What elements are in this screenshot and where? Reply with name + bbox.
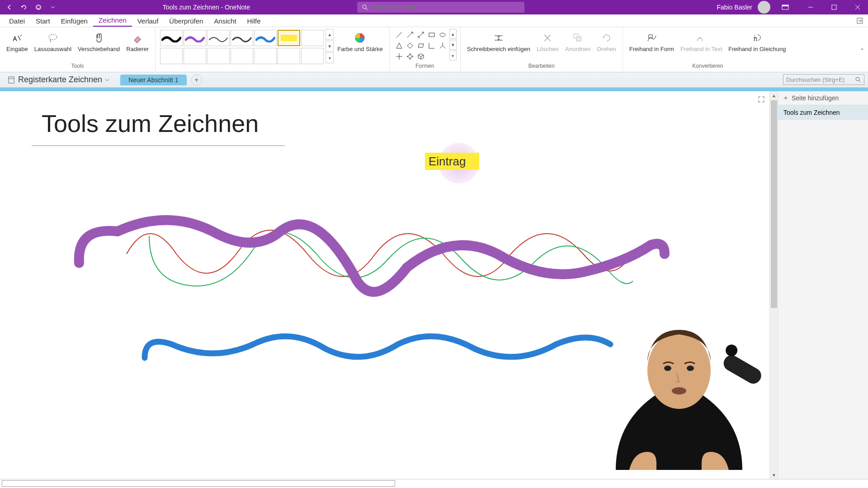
status-bar — [0, 479, 868, 488]
pen-empty-8[interactable] — [301, 48, 324, 64]
page-title[interactable]: Tools zum Zeichnen — [42, 109, 259, 137]
redo-icon[interactable] — [33, 2, 43, 12]
pen-empty-4[interactable] — [207, 48, 230, 64]
title-underline — [32, 145, 285, 146]
shape-empty1[interactable] — [427, 52, 437, 61]
notebook-icon — [7, 76, 15, 84]
svg-point-34 — [664, 366, 671, 371]
vertical-scrollbar[interactable]: ▲ ▼ — [769, 91, 778, 479]
shape-arrow[interactable] — [405, 30, 415, 40]
delete-button: Löschen — [534, 29, 561, 54]
ink-to-shape-button[interactable]: Freihand in Form — [627, 29, 677, 54]
menu-datei[interactable]: Datei — [4, 15, 30, 27]
add-page-button[interactable]: ＋ Seite hinzufügen — [778, 91, 868, 105]
lasso-button[interactable]: Lassoauswahl — [32, 29, 74, 54]
scroll-thumb[interactable] — [771, 100, 777, 308]
svg-point-12 — [49, 34, 57, 40]
webcam-overlay — [589, 307, 769, 470]
menu-verlauf[interactable]: Verlauf — [132, 15, 164, 27]
svg-point-30 — [856, 77, 859, 81]
menu-einfuegen[interactable]: Einfügen — [56, 15, 93, 27]
notebook-dropdown[interactable]: Registerkarte Zeichnen — [4, 75, 113, 84]
add-section-button[interactable]: + — [191, 75, 202, 85]
pen-empty-3[interactable] — [184, 48, 206, 64]
close-button[interactable] — [847, 0, 868, 14]
gallery-more-icon[interactable]: ▾ — [326, 52, 334, 63]
menu-ueberpruefen[interactable]: Überprüfen — [164, 15, 208, 27]
page-search-input[interactable]: Durchsuchen (Strg+E) — [783, 74, 864, 85]
shape-diamond[interactable] — [405, 41, 415, 51]
pen-empty-7[interactable] — [278, 48, 300, 64]
maximize-button[interactable] — [824, 0, 844, 14]
pen-empty-2[interactable] — [160, 48, 183, 64]
hand-button[interactable]: Verschiebehand — [75, 29, 123, 54]
search-box[interactable] — [357, 2, 524, 13]
search-input[interactable] — [372, 4, 520, 11]
svg-line-4 — [366, 8, 368, 10]
scroll-down-icon[interactable]: ▼ — [770, 471, 778, 479]
eraser-button[interactable]: Radierer — [123, 29, 151, 54]
svg-point-33 — [647, 332, 711, 409]
highlighter-yellow[interactable] — [278, 30, 300, 46]
svg-point-2 — [39, 6, 40, 7]
svg-line-16 — [407, 32, 413, 38]
expand-icon[interactable] — [758, 96, 765, 103]
minimize-button[interactable] — [800, 0, 821, 14]
user-name[interactable]: Fabio Basler — [717, 4, 752, 11]
shape-ellipse[interactable] — [438, 30, 448, 40]
svg-rect-25 — [576, 37, 581, 41]
pen-empty-6[interactable] — [254, 48, 277, 64]
status-field[interactable] — [2, 480, 395, 487]
pen-thin2[interactable] — [231, 30, 253, 46]
shape-parallelogram[interactable] — [416, 41, 426, 51]
svg-point-3 — [363, 5, 366, 9]
back-icon[interactable] — [5, 2, 14, 12]
page-list-item[interactable]: Tools zum Zeichnen — [778, 105, 868, 120]
pen-black-thick[interactable] — [160, 30, 183, 46]
gallery-down-icon[interactable]: ▼ — [326, 41, 334, 52]
menu-hilfe[interactable]: Hilfe — [242, 15, 266, 27]
pen-blue[interactable] — [254, 30, 277, 46]
shape-empty2[interactable] — [438, 52, 448, 61]
insert-space-button[interactable]: Schreibbereich einfügen — [464, 29, 533, 54]
shape-double-arrow[interactable] — [416, 30, 426, 40]
pen-empty-5[interactable] — [231, 48, 253, 64]
collapse-ribbon-icon[interactable]: ⌃ — [860, 47, 864, 54]
shape-axis-xy[interactable] — [427, 41, 437, 51]
shape-axis-3d[interactable] — [438, 41, 448, 51]
shape-grid3d[interactable] — [416, 52, 426, 61]
svg-point-1 — [37, 6, 38, 7]
ribbon-display-icon[interactable] — [780, 2, 790, 12]
shape-axis-cross[interactable] — [394, 52, 404, 61]
pen-empty-1[interactable] — [301, 30, 324, 46]
menu-zeichnen[interactable]: Zeichnen — [93, 14, 132, 27]
section-tab[interactable]: Neuer Abschnitt 1 — [120, 75, 187, 85]
color-thickness-button[interactable]: Farbe und Stärke — [335, 29, 385, 54]
avatar[interactable] — [758, 1, 770, 14]
pen-thin1[interactable] — [207, 30, 230, 46]
svg-rect-28 — [9, 77, 14, 83]
page-canvas[interactable]: Tools zum Zeichnen Eintrag — [0, 91, 769, 479]
gallery-up-icon[interactable]: ▲ — [326, 29, 334, 40]
share-icon[interactable] — [856, 17, 863, 24]
shapes-more-icon[interactable]: ▾ — [449, 51, 457, 61]
menu-ansicht[interactable]: Ansicht — [208, 15, 241, 27]
svg-rect-38 — [723, 343, 740, 359]
pen-purple[interactable] — [184, 30, 206, 46]
shape-rect[interactable] — [427, 30, 437, 40]
chevron-down-icon — [105, 78, 109, 82]
shape-line[interactable] — [394, 30, 404, 40]
shapes-up-icon[interactable]: ▲ — [449, 29, 457, 39]
shapes-down-icon[interactable]: ▼ — [449, 40, 457, 50]
svg-point-19 — [440, 33, 445, 37]
shape-star4[interactable] — [405, 52, 415, 61]
menu-start[interactable]: Start — [30, 15, 56, 27]
shape-triangle[interactable] — [394, 41, 404, 51]
scroll-up-icon[interactable]: ▲ — [770, 91, 778, 99]
undo-icon[interactable] — [19, 2, 29, 12]
svg-rect-13 — [281, 35, 297, 41]
ink-to-math-button[interactable]: πFreihand in Gleichung — [726, 29, 788, 54]
group-tools-label: Tools — [71, 63, 84, 70]
eingabe-button[interactable]: Eingabe — [4, 29, 31, 54]
qat-dropdown-icon[interactable] — [48, 2, 58, 12]
